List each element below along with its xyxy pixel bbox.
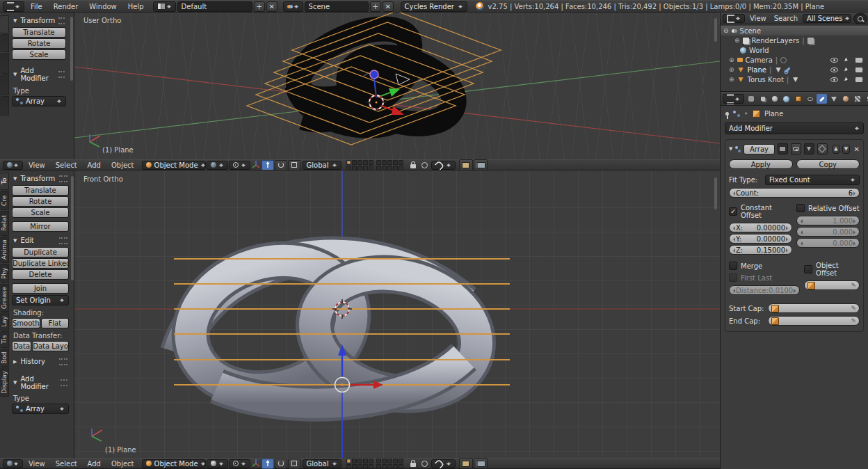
add-menu[interactable]: Add bbox=[83, 161, 106, 169]
proportional-edit-icon[interactable] bbox=[419, 459, 431, 468]
shelf-tab-tis[interactable]: Tis bbox=[0, 331, 9, 348]
layer-cell[interactable] bbox=[399, 166, 403, 170]
opengl-render-image-button[interactable] bbox=[459, 159, 473, 170]
layer-cell[interactable] bbox=[376, 160, 381, 165]
shelf-tab-bod[interactable]: Bod bbox=[0, 349, 9, 367]
relative-y-field[interactable]: 0.000 bbox=[796, 227, 860, 237]
manipulator-axes-icon[interactable] bbox=[251, 161, 261, 169]
panel-header-transform[interactable]: ▼ Transform bbox=[12, 172, 69, 185]
layer-cell[interactable] bbox=[376, 166, 381, 170]
tab-constraints[interactable] bbox=[805, 94, 815, 104]
mode-dropdown[interactable]: Object Mode bbox=[142, 459, 206, 468]
shading-dropdown[interactable] bbox=[207, 459, 228, 468]
layer-cell[interactable] bbox=[376, 459, 381, 463]
layer-cell[interactable] bbox=[346, 459, 351, 463]
constant-offset-checkbox[interactable]: ✓ bbox=[729, 207, 737, 216]
outliner-view-menu[interactable]: View bbox=[747, 15, 769, 22]
tab-texture[interactable] bbox=[852, 94, 862, 104]
layer-cell[interactable] bbox=[393, 166, 398, 170]
renderability-camera-icon[interactable] bbox=[853, 58, 865, 63]
eyedropper-icon[interactable]: ✎ bbox=[851, 282, 856, 289]
constant-z-field[interactable]: Z:0.15000 bbox=[729, 245, 792, 255]
expand-icon[interactable]: ⊕ bbox=[734, 37, 740, 44]
editor-type-button[interactable] bbox=[3, 459, 23, 468]
scene-name-field[interactable]: Scene bbox=[305, 1, 369, 12]
screen-layout-name-field[interactable]: Default bbox=[177, 1, 252, 12]
duplicate-button[interactable]: Duplicate bbox=[12, 247, 69, 257]
menu-window[interactable]: Window bbox=[84, 3, 121, 10]
layer-cell[interactable] bbox=[382, 464, 387, 469]
camera-data-icon[interactable] bbox=[780, 57, 787, 63]
layer-cell[interactable] bbox=[369, 166, 373, 170]
constant-y-field[interactable]: Y:0.00000 bbox=[729, 234, 792, 244]
outliner-row-scene[interactable]: ⊖ Scene bbox=[721, 26, 868, 35]
panel-grip-icon[interactable] bbox=[59, 237, 67, 244]
layer-cell[interactable] bbox=[369, 160, 373, 165]
opengl-render-anim-button[interactable] bbox=[474, 458, 488, 469]
expand-icon[interactable]: ⊕ bbox=[729, 66, 734, 73]
merge-distance-field[interactable]: Distance:0.0100 bbox=[729, 285, 800, 295]
panel-header-add-modifier[interactable]: ▼ Add Modifier bbox=[12, 64, 66, 85]
eyedropper-icon[interactable]: ✎ bbox=[851, 317, 856, 324]
selectability-cursor-icon[interactable] bbox=[840, 67, 853, 72]
move-modifier-down-button[interactable]: ▼ bbox=[842, 145, 849, 154]
layer-cell[interactable] bbox=[387, 160, 392, 165]
count-field[interactable]: Count:6 bbox=[729, 188, 860, 198]
layers-widget-right[interactable] bbox=[376, 459, 403, 469]
object-offset-checkbox[interactable] bbox=[804, 265, 812, 273]
opengl-render-image-button[interactable] bbox=[459, 458, 473, 469]
expand-icon[interactable]: ⊖ bbox=[723, 27, 729, 34]
editor-type-button[interactable] bbox=[723, 14, 745, 23]
menu-help[interactable]: Help bbox=[123, 3, 149, 10]
add-menu[interactable]: Add bbox=[83, 460, 106, 468]
editor-type-button[interactable] bbox=[3, 1, 24, 12]
layer-cell[interactable] bbox=[346, 166, 351, 170]
layer-cell[interactable] bbox=[399, 160, 403, 165]
outliner-item-label[interactable]: World bbox=[749, 47, 769, 54]
manipulator-scale-button[interactable] bbox=[288, 160, 300, 170]
modifier-type-dropdown[interactable]: Array bbox=[12, 404, 69, 414]
outliner-item-label[interactable]: Torus Knot bbox=[748, 76, 784, 84]
layer-cell[interactable] bbox=[369, 464, 373, 469]
panel-grip-icon[interactable] bbox=[58, 71, 65, 78]
tab-render-layers[interactable] bbox=[757, 94, 768, 104]
manipulator-scale-button[interactable] bbox=[288, 459, 300, 469]
layer-cell[interactable] bbox=[393, 464, 398, 469]
select-menu[interactable]: Select bbox=[51, 161, 82, 169]
shelf-tab-display[interactable]: Display bbox=[0, 367, 9, 397]
layer-cell[interactable] bbox=[363, 459, 368, 463]
viewport-scrollbar[interactable] bbox=[714, 177, 717, 209]
shelf-tab-stub[interactable] bbox=[0, 53, 9, 74]
layer-cell[interactable] bbox=[363, 160, 368, 165]
3d-viewport-bottom[interactable]: Front Ortho (1) Plane bbox=[74, 170, 720, 458]
layer-cell[interactable] bbox=[393, 459, 398, 463]
shelf-tab-stub[interactable] bbox=[0, 74, 9, 95]
modifier-type-dropdown[interactable]: Array bbox=[12, 96, 66, 106]
pivot-dropdown[interactable] bbox=[229, 459, 250, 468]
manipulator-rotate-button[interactable] bbox=[275, 459, 287, 469]
copy-button[interactable]: Copy bbox=[796, 159, 860, 169]
tab-particles[interactable] bbox=[864, 94, 868, 104]
layer-cell[interactable] bbox=[352, 464, 357, 469]
shelf-tab-create[interactable]: Cre bbox=[0, 191, 9, 210]
editor-type-button[interactable] bbox=[723, 94, 744, 104]
panel-grip-icon[interactable] bbox=[59, 358, 67, 365]
renderability-camera-icon[interactable] bbox=[853, 77, 865, 82]
shade-smooth-button[interactable]: Smooth bbox=[12, 318, 40, 328]
visibility-eye-icon[interactable] bbox=[828, 67, 840, 72]
data-button[interactable]: Data bbox=[12, 341, 31, 351]
proportional-edit-icon[interactable] bbox=[419, 160, 431, 170]
layer-cell[interactable] bbox=[399, 464, 403, 469]
mode-dropdown[interactable]: Object Mode bbox=[142, 161, 206, 170]
duplicate-linked-button[interactable]: Duplicate Linked bbox=[12, 258, 69, 269]
shelf-tab-stub[interactable] bbox=[0, 34, 9, 52]
expand-icon[interactable]: ⊕ bbox=[729, 76, 734, 83]
shelf-tab-physics[interactable]: Phy bbox=[0, 264, 9, 283]
layers-widget-left[interactable] bbox=[346, 459, 373, 469]
layer-cell[interactable] bbox=[382, 166, 387, 170]
data-layout-button[interactable]: Data Layo bbox=[32, 341, 69, 351]
renderability-camera-icon[interactable] bbox=[853, 67, 865, 72]
relative-x-field[interactable]: 1.000 bbox=[796, 216, 860, 225]
selectability-cursor-icon[interactable] bbox=[840, 58, 853, 62]
layer-cell[interactable] bbox=[352, 459, 357, 463]
